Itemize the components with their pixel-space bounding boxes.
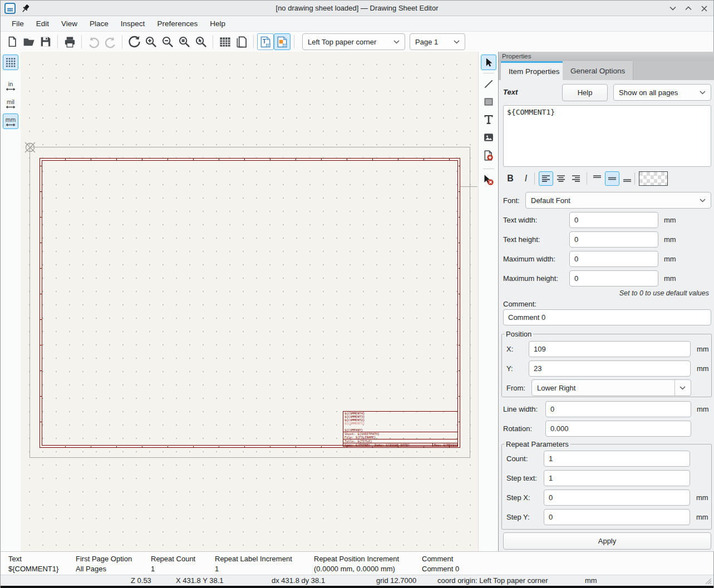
page-select-combo[interactable]: Page 1 (410, 33, 465, 50)
properties-panel: Properties Item Properties General Optio… (498, 52, 714, 551)
new-sheet-button[interactable] (4, 33, 21, 50)
position-x-input[interactable] (529, 341, 691, 357)
bold-button[interactable]: B (503, 171, 518, 186)
titlebar[interactable]: [no drawing sheet loaded] — Drawing Shee… (1, 1, 713, 16)
page-option-select[interactable]: Show on all pages (613, 84, 711, 101)
draw-rectangle-tool-button[interactable] (481, 94, 496, 110)
title-cell[interactable]: Title: ${TITLE} (343, 439, 457, 443)
menu-view[interactable]: View (56, 17, 83, 30)
zoom-to-selection-button[interactable] (193, 33, 209, 50)
refresh-view-button[interactable] (126, 33, 142, 50)
title-block-edit-mode-button[interactable] (274, 33, 290, 50)
save-icon (40, 36, 52, 48)
step-y-input[interactable] (544, 509, 690, 525)
comment-input[interactable] (503, 309, 711, 325)
menu-help[interactable]: Help (204, 17, 231, 30)
add-image-tool-button[interactable] (481, 130, 496, 145)
right-toolbar (478, 52, 498, 551)
coord-origin-combo[interactable]: Left Top paper corner (302, 33, 405, 50)
unit-inches-label: in (8, 81, 13, 87)
menu-edit[interactable]: Edit (31, 17, 55, 30)
unit-inches-button[interactable]: in (3, 78, 18, 93)
size-date-cell[interactable]: Size: ${PAPER} Date: ${ISSUE_DATE} ${KIC… (343, 443, 432, 447)
text-height-label: Text height: (503, 235, 540, 244)
page-option-value: Show on all pages (619, 88, 695, 97)
text-width-label: Text width: (503, 216, 537, 224)
apply-button[interactable]: Apply (503, 532, 711, 550)
unit-mm-button[interactable]: mm (3, 113, 18, 129)
info-repeat-count-col: Repeat Count 1 (151, 555, 195, 573)
zoom-out-button[interactable] (159, 33, 176, 50)
properties-caption[interactable]: Properties (499, 52, 714, 61)
rotation-input[interactable] (545, 421, 691, 437)
step-text-input[interactable] (544, 470, 690, 486)
info-first-page-value: All Pages (76, 565, 132, 573)
undo-button[interactable] (85, 33, 102, 50)
text-height-input[interactable] (569, 231, 658, 248)
menu-file[interactable]: File (6, 17, 29, 30)
page-settings-button[interactable] (233, 33, 250, 50)
valign-middle-button[interactable] (605, 171, 619, 186)
italic-button[interactable]: I (519, 171, 533, 186)
grid-toggle-button[interactable] (3, 55, 18, 70)
menu-preferences[interactable]: Preferences (151, 17, 203, 30)
help-button[interactable]: Help (562, 84, 608, 101)
repeat-count-input[interactable] (544, 451, 690, 467)
position-y-input[interactable] (529, 360, 691, 377)
print-button[interactable] (61, 33, 78, 50)
sheet-file-cell[interactable]: Sheet: ${SHEETPATH} File: ${FILENAME} (343, 432, 457, 439)
zoom-out-icon (161, 36, 174, 48)
tab-item-properties[interactable]: Item Properties (501, 61, 568, 80)
text-width-input[interactable] (569, 212, 658, 228)
font-value: Default Font (531, 196, 695, 205)
valign-bottom-button[interactable] (620, 171, 634, 186)
rev-id-cell[interactable]: Rev: ${REVISION} Id: ${#}/${##} (432, 443, 457, 447)
format-separator (534, 172, 535, 185)
delete-tool-button[interactable] (481, 172, 496, 187)
resize-grip[interactable] (704, 577, 712, 585)
undo-icon (87, 36, 100, 48)
valign-top-button[interactable] (590, 171, 604, 186)
font-select[interactable]: Default Font (525, 192, 711, 209)
zoom-in-button[interactable] (142, 33, 159, 50)
max-width-label: Maximum width: (503, 255, 555, 263)
append-sheet-button[interactable] (481, 147, 496, 163)
unit-mils-button[interactable]: mil (3, 96, 18, 111)
drawing-canvas[interactable]: ${COMMENT4} ${COMMENT3} ${COMMENT2} ${CO… (21, 52, 478, 551)
open-sheet-button[interactable] (21, 33, 37, 50)
position-from-label: From: (506, 384, 525, 392)
chevron-down-icon (700, 91, 706, 95)
add-text-tool-button[interactable] (481, 112, 496, 127)
draw-line-tool-button[interactable] (481, 76, 496, 92)
comment1-text-selected[interactable]: ${COMMENT1} (344, 422, 457, 425)
save-button[interactable] (37, 33, 54, 50)
max-height-label: Maximum height: (503, 274, 558, 283)
select-tool-button[interactable] (481, 55, 496, 70)
repeat-parameters-legend: Repeat Parameters (504, 440, 570, 448)
maximize-button[interactable] (682, 2, 695, 14)
text-color-swatch[interactable] (639, 171, 668, 186)
redo-button[interactable] (102, 33, 119, 50)
valign-bottom-icon (623, 175, 632, 182)
rectangle-icon (483, 96, 494, 107)
position-from-select[interactable]: Lower Right (531, 379, 691, 396)
menu-inspect[interactable]: Inspect (115, 17, 151, 30)
minimize-button[interactable] (667, 2, 679, 14)
tab-general-options[interactable]: General Options (563, 61, 633, 80)
line-width-input[interactable] (545, 401, 691, 417)
step-x-input[interactable] (544, 490, 690, 506)
preview-table-button[interactable] (216, 33, 233, 50)
close-button[interactable] (698, 2, 710, 14)
title-block-preview-mode-button[interactable]: T (257, 33, 274, 50)
title-block[interactable]: ${COMMENT4} ${COMMENT3} ${COMMENT2} ${CO… (343, 411, 458, 447)
sheet-frame-inner[interactable] (42, 160, 458, 446)
max-width-input[interactable] (569, 251, 658, 267)
menu-place[interactable]: Place (84, 17, 114, 30)
align-right-button[interactable] (569, 171, 583, 186)
text-value-textarea[interactable]: ${COMMENT1} (503, 105, 711, 167)
info-repeat-position-value: (0.0000 mm, 0.0000 mm) (314, 565, 399, 573)
zoom-to-fit-button[interactable] (176, 33, 193, 50)
align-left-button[interactable] (539, 171, 553, 186)
max-height-input[interactable] (569, 270, 658, 286)
align-center-button[interactable] (554, 171, 568, 186)
